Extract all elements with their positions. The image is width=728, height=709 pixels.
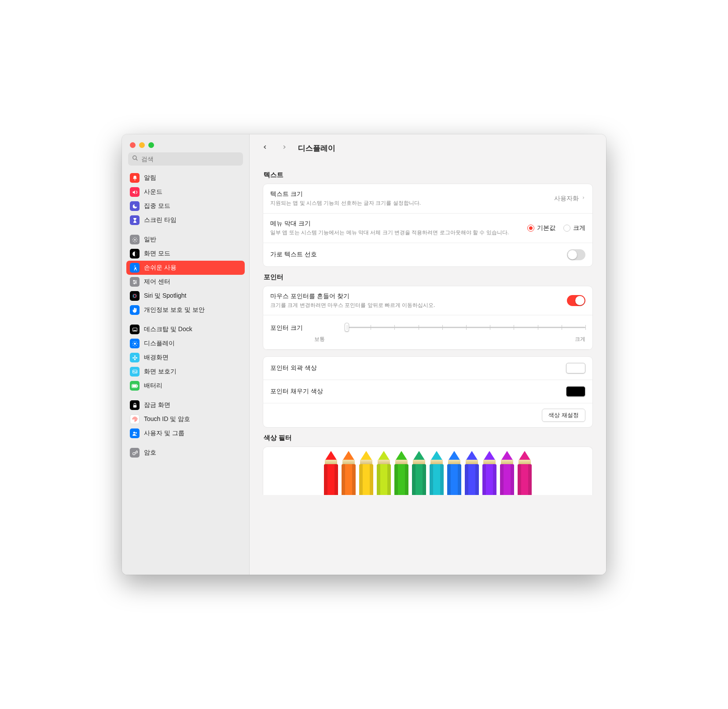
sliders-icon <box>130 277 140 287</box>
sidebar-item-label: 화면 모드 <box>144 250 170 258</box>
svg-point-10 <box>134 283 135 284</box>
screensaver-icon <box>130 367 140 377</box>
card-text: 텍스트 크기 지원되는 앱 및 시스템 기능의 선호하는 글자 크기를 설정합니… <box>263 184 593 267</box>
svg-point-0 <box>133 156 136 159</box>
sidebar-item[interactable]: 배경화면 <box>126 351 245 365</box>
battery-icon <box>130 381 140 391</box>
sidebar-item-label: Touch ID 및 암호 <box>144 415 190 423</box>
svg-point-2 <box>134 239 135 240</box>
pencil-icon <box>358 451 374 495</box>
pencil-icon <box>323 451 339 495</box>
sidebar-item[interactable]: 데스크탑 및 Dock <box>126 322 245 336</box>
flower-icon <box>130 353 140 362</box>
sidebar-item[interactable]: 개인정보 보호 및 보안 <box>126 303 245 317</box>
sidebar: 알림사운드집중 모드스크린 타임일반화면 모드손쉬운 사용제어 센터Siri 및… <box>122 134 250 575</box>
nav-forward-button[interactable] <box>279 141 290 155</box>
radio-default[interactable]: 기본값 <box>527 224 555 232</box>
svg-point-25 <box>134 357 135 358</box>
search-input[interactable] <box>128 152 243 166</box>
svg-point-35 <box>133 432 135 433</box>
shake-toggle[interactable] <box>567 295 585 306</box>
fill-color-swatch[interactable] <box>566 386 585 397</box>
window-maximize-button[interactable] <box>148 142 154 148</box>
sidebar-item[interactable]: 제어 센터 <box>126 275 245 289</box>
settings-window: 알림사운드집중 모드스크린 타임일반화면 모드손쉬운 사용제어 센터Siri 및… <box>122 134 606 575</box>
window-minimize-button[interactable] <box>139 142 145 148</box>
radio-dot-icon <box>563 225 570 232</box>
pencil-icon <box>341 451 357 495</box>
chevron-right-icon <box>581 195 585 202</box>
svg-line-1 <box>136 159 138 161</box>
pencil-icon <box>411 451 427 495</box>
fingerprint-icon <box>130 414 140 424</box>
sidebar-item-label: 개인정보 보호 및 보안 <box>144 306 205 314</box>
pencil-icon <box>499 451 515 495</box>
key-icon <box>130 448 140 458</box>
moon-icon <box>130 201 140 211</box>
row-outline-color: 포인터 외곽 색상 <box>263 357 592 380</box>
horizontal-text-toggle[interactable] <box>567 249 585 260</box>
sidebar-item[interactable]: 디스플레이 <box>126 336 245 351</box>
nav-back-button[interactable] <box>259 141 271 155</box>
svg-point-29 <box>136 357 137 358</box>
sidebar-item[interactable]: 화면 모드 <box>126 247 245 261</box>
sidebar-item[interactable]: 스크린 타임 <box>126 213 245 227</box>
sidebar-item[interactable]: 사운드 <box>126 185 245 199</box>
sidebar-item-label: 손쉬운 사용 <box>144 264 176 272</box>
svg-point-4 <box>134 266 135 266</box>
search-wrap <box>122 152 249 171</box>
fill-color-label: 포인터 채우기 색상 <box>270 388 323 395</box>
svg-point-36 <box>135 432 136 433</box>
sidebar-item[interactable]: Touch ID 및 암호 <box>126 412 245 426</box>
content[interactable]: 텍스트 텍스트 크기 지원되는 앱 및 시스템 기능의 선호하는 글자 크기를 … <box>250 162 606 575</box>
window-close-button[interactable] <box>130 142 136 148</box>
lock-icon <box>130 400 140 410</box>
section-title-pointer: 포인터 <box>264 273 593 281</box>
sun-icon <box>130 339 140 348</box>
sidebar-item[interactable]: 일반 <box>126 233 245 247</box>
outline-color-swatch[interactable] <box>566 363 585 373</box>
radio-large[interactable]: 크게 <box>563 224 585 232</box>
radio-large-label: 크게 <box>573 224 585 232</box>
sidebar-item-label: 사운드 <box>144 188 162 196</box>
pencil-icon <box>464 451 480 495</box>
sidebar-item-label: 배경화면 <box>144 354 169 362</box>
svg-point-11 <box>132 293 138 299</box>
row-menubar-size: 메뉴 막대 크기 일부 앱 또는 시스템 기능에서는 메뉴 막대 서체 크기 변… <box>263 214 592 243</box>
row-reset-color: 색상 재설정 <box>263 403 592 427</box>
section-title-text: 텍스트 <box>264 171 593 179</box>
shake-sub: 크기를 크게 변경하려면 마우스 포인터를 앞뒤로 빠르게 이동하십시오. <box>270 302 558 309</box>
svg-line-23 <box>133 345 133 345</box>
sidebar-item[interactable]: 집중 모드 <box>126 199 245 213</box>
svg-line-24 <box>136 342 136 342</box>
sidebar-item[interactable]: 잠금 화면 <box>126 398 245 412</box>
row-shake: 마우스 포인터를 흔들어 찾기 크기를 크게 변경하려면 마우스 포인터를 앞뒤… <box>263 286 592 316</box>
accessibility-icon <box>130 263 140 273</box>
sidebar-nav[interactable]: 알림사운드집중 모드스크린 타임일반화면 모드손쉬운 사용제어 센터Siri 및… <box>122 171 249 575</box>
radio-default-label: 기본값 <box>537 224 555 232</box>
sidebar-item-label: 사용자 및 그룹 <box>144 429 184 437</box>
svg-point-28 <box>132 357 134 358</box>
pointer-size-label: 포인터 크기 <box>270 324 303 332</box>
sidebar-item[interactable]: 화면 보호기 <box>126 365 245 379</box>
sidebar-item[interactable]: 손쉬운 사용 <box>126 261 245 275</box>
sidebar-item-label: 화면 보호기 <box>144 368 176 376</box>
slider-min-label: 보통 <box>314 336 325 343</box>
hand-icon <box>130 305 140 315</box>
text-size-value: 사용자화 <box>554 195 585 203</box>
pointer-size-slider[interactable] <box>347 321 585 335</box>
reset-color-button[interactable]: 색상 재설정 <box>542 409 585 422</box>
sidebar-item[interactable]: 알림 <box>126 171 245 185</box>
menubar-size-radio-group: 기본값 크게 <box>527 224 585 232</box>
hourglass-icon <box>130 215 140 225</box>
sidebar-item[interactable]: Siri 및 Spotlight <box>126 289 245 303</box>
svg-rect-15 <box>133 330 136 331</box>
sidebar-item[interactable]: 배터리 <box>126 379 245 393</box>
speaker-icon <box>130 187 140 197</box>
svg-point-27 <box>134 358 135 360</box>
pencil-icon <box>517 451 533 495</box>
sidebar-item[interactable]: 사용자 및 그룹 <box>126 426 245 440</box>
row-text-size[interactable]: 텍스트 크기 지원되는 앱 및 시스템 기능의 선호하는 글자 크기를 설정합니… <box>263 184 592 214</box>
pencil-icon <box>429 451 445 495</box>
sidebar-item[interactable]: 암호 <box>126 446 245 460</box>
